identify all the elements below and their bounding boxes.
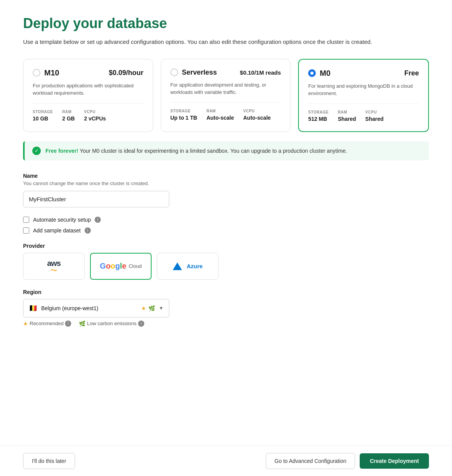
provider-section: Provider aws 〜 Google Cloud	[23, 243, 429, 280]
spec-label-ram-serverless: RAM	[207, 109, 234, 113]
tier-price-m0: Free	[404, 69, 419, 77]
spec-value-vcpu-m0: Shared	[365, 116, 384, 122]
free-banner-text: Free forever! Your M0 cluster is ideal f…	[45, 148, 347, 154]
spec-value-storage-m10: 10 GB	[33, 115, 53, 122]
automate-security-checkbox[interactable]	[23, 217, 29, 223]
azure-triangle-icon	[173, 262, 182, 270]
free-banner: ✓ Free forever! Your M0 cluster is ideal…	[23, 141, 429, 160]
region-label: Region	[23, 289, 429, 295]
recommended-star-icon: ★	[23, 321, 28, 327]
tier-name-serverless: Serverless	[182, 68, 217, 77]
footer-right: Go to Advanced Configuration Create Depl…	[266, 453, 429, 469]
aws-logo: aws 〜	[47, 259, 61, 273]
name-label: Name	[23, 173, 429, 179]
automate-security-row: Automate security setup i	[23, 217, 429, 223]
low-carbon-leaf-icon: 🌿	[79, 321, 85, 327]
spec-value-ram-m10: 2 GB	[62, 115, 75, 122]
tier-card-m10[interactable]: M10 $0.09/hour For production applicatio…	[23, 59, 153, 132]
add-sample-dataset-row: Add sample dataset i	[23, 227, 429, 234]
tier-card-serverless[interactable]: Serverless $0.10/1M reads For applicatio…	[161, 59, 291, 132]
chevron-down-icon: ▼	[159, 306, 163, 311]
footer: I'll do this later Go to Advanced Config…	[0, 445, 452, 476]
spec-label-vcpu-m10: vCPU	[84, 110, 106, 114]
tier-specs-serverless: STORAGE Up to 1 TB RAM Auto-scale vCPU A…	[170, 109, 281, 121]
spec-value-ram-m0: Shared	[338, 116, 356, 122]
spec-label-vcpu-m0: vCPU	[365, 110, 384, 114]
free-banner-bold: Free forever!	[45, 148, 78, 154]
add-sample-dataset-label: Add sample dataset	[33, 227, 81, 234]
region-name: Belgium (europe-west1)	[41, 305, 137, 311]
spec-label-storage-m10: STORAGE	[33, 110, 53, 114]
gcloud-text: Cloud	[128, 263, 142, 269]
tier-name-m0: M0	[320, 69, 330, 78]
spec-value-vcpu-serverless: Auto-scale	[243, 115, 271, 121]
checkmark-icon: ✓	[32, 147, 41, 155]
tier-specs-m10: STORAGE 10 GB RAM 2 GB vCPU 2 vCPUs	[33, 110, 143, 122]
automate-security-label: Automate security setup	[33, 217, 91, 223]
azure-logo: Azure	[173, 262, 203, 270]
tier-specs-m0: STORAGE 512 MB RAM Shared vCPU Shared	[308, 110, 419, 122]
page-subtitle: Use a template below or set up advanced …	[23, 38, 429, 47]
create-deployment-button[interactable]: Create Deployment	[360, 453, 429, 469]
spec-value-ram-serverless: Auto-scale	[207, 115, 234, 121]
radio-m0[interactable]	[308, 69, 316, 77]
spec-value-vcpu-m10: 2 vCPUs	[84, 115, 106, 122]
low-carbon-info-icon[interactable]: i	[138, 321, 144, 327]
free-banner-body: Your M0 cluster is ideal for experimenti…	[80, 148, 347, 154]
provider-card-aws[interactable]: aws 〜	[23, 253, 85, 280]
tier-name-m10: M10	[44, 68, 59, 77]
recommended-label: Recommended	[30, 321, 63, 326]
advanced-config-button[interactable]: Go to Advanced Configuration	[266, 453, 355, 469]
tier-cards: M10 $0.09/hour For production applicatio…	[23, 59, 429, 132]
provider-label: Provider	[23, 243, 429, 249]
low-carbon-meta: 🌿 Low carbon emissions i	[79, 321, 144, 327]
spec-label-vcpu-serverless: vCPU	[243, 109, 271, 113]
region-section: Region 🇧🇪 Belgium (europe-west1) ★ 🌿 ▼ ★…	[23, 289, 429, 327]
star-icon: ★	[141, 305, 146, 311]
automate-security-info-icon[interactable]: i	[95, 217, 101, 223]
add-sample-dataset-checkbox[interactable]	[23, 227, 29, 234]
google-g-icon: Google	[100, 262, 127, 271]
tier-desc-serverless: For application development and testing,…	[170, 81, 281, 103]
spec-value-storage-serverless: Up to 1 TB	[170, 115, 197, 121]
tier-desc-m0: For learning and exploring MongoDB in a …	[308, 82, 419, 104]
gcloud-logo: Google Cloud	[100, 262, 142, 271]
tier-price-m10: $0.09/hour	[109, 69, 143, 77]
low-carbon-label: Low carbon emissions	[87, 321, 137, 326]
recommended-info-icon[interactable]: i	[65, 321, 71, 327]
region-flag: 🇧🇪	[29, 304, 37, 312]
spec-label-ram-m10: RAM	[62, 110, 75, 114]
page-title: Deploy your database	[23, 15, 429, 32]
add-sample-dataset-info-icon[interactable]: i	[85, 227, 91, 234]
provider-card-azure[interactable]: Azure	[157, 253, 218, 280]
provider-cards: aws 〜 Google Cloud Azure	[23, 253, 429, 280]
tier-price-serverless: $0.10/1M reads	[240, 69, 281, 76]
name-hint: You cannot change the name once the clus…	[23, 180, 429, 186]
azure-text: Azure	[187, 263, 203, 269]
radio-m10[interactable]	[33, 69, 40, 77]
spec-value-storage-m0: 512 MB	[308, 116, 329, 122]
do-later-button[interactable]: I'll do this later	[23, 453, 75, 469]
leaf-icon: 🌿	[148, 305, 155, 311]
spec-label-ram-m0: RAM	[338, 110, 356, 114]
provider-card-gcloud[interactable]: Google Cloud	[90, 253, 152, 280]
recommended-meta: ★ Recommended i	[23, 321, 71, 327]
radio-serverless[interactable]	[170, 68, 178, 76]
tier-desc-m10: For production applications with sophist…	[33, 82, 143, 104]
region-icons: ★ 🌿	[141, 305, 155, 311]
spec-label-storage-m0: STORAGE	[308, 110, 329, 114]
tier-card-m0[interactable]: M0 Free For learning and exploring Mongo…	[298, 59, 429, 132]
cluster-name-input[interactable]	[23, 191, 169, 207]
spec-label-storage-serverless: STORAGE	[170, 109, 197, 113]
aws-arrow-icon: 〜	[50, 268, 57, 273]
region-meta: ★ Recommended i 🌿 Low carbon emissions i	[23, 321, 429, 327]
region-dropdown[interactable]: 🇧🇪 Belgium (europe-west1) ★ 🌿 ▼	[23, 299, 169, 317]
